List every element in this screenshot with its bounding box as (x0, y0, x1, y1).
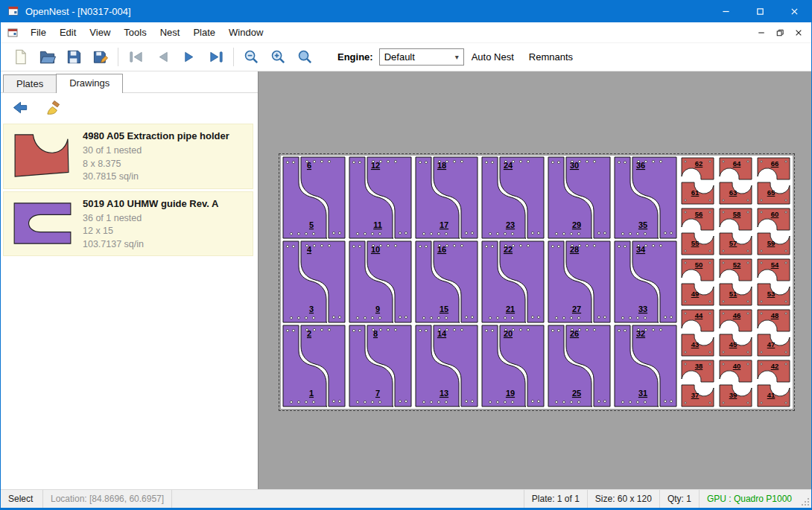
nest-pair-purple[interactable]: 2625 (546, 324, 612, 408)
menu-item-nest[interactable]: Nest (153, 23, 187, 42)
nest-pair-purple[interactable]: 2827 (546, 240, 612, 324)
nest-pair-red[interactable]: 6059 (755, 206, 793, 257)
maximize-button[interactable] (743, 0, 777, 22)
drill-hole (685, 301, 686, 302)
nest-pair-purple[interactable]: 3635 (612, 156, 679, 240)
clean-button[interactable] (39, 96, 66, 118)
menu-item-view[interactable]: View (83, 23, 117, 42)
drill-hole (570, 316, 572, 319)
nest-pair-purple[interactable]: 65 (281, 156, 347, 240)
part-thumbnail-purple (10, 199, 75, 248)
nav-prev-button[interactable] (149, 46, 176, 68)
nest-pair-purple[interactable]: 1413 (413, 324, 480, 408)
nest-pair-purple[interactable]: 2423 (480, 156, 546, 240)
nest-pair-red[interactable]: 3837 (679, 358, 717, 409)
plate[interactable]: 6512111817242330293635431091615222128273… (281, 156, 793, 409)
nav-first-button[interactable] (122, 46, 149, 68)
mdi-restore-button[interactable] (770, 25, 789, 41)
drill-hole (761, 250, 762, 252)
nest-pair-purple[interactable]: 1615 (413, 240, 480, 324)
open-button[interactable] (34, 46, 60, 68)
part-number: 51 (729, 290, 738, 298)
nest-pair-red[interactable]: 4241 (755, 358, 793, 409)
menu-item-edit[interactable]: Edit (53, 23, 83, 42)
part-number: 16 (437, 245, 446, 254)
drill-hole (491, 245, 493, 247)
nest-pair-red[interactable]: 5655 (679, 206, 717, 257)
nest-pair-purple[interactable]: 109 (347, 240, 413, 324)
nest-pair-red[interactable]: 6463 (717, 156, 755, 206)
nest-pair-red[interactable]: 4039 (717, 358, 755, 409)
tab-drawings[interactable]: Drawings (56, 74, 123, 93)
nest-pair-purple[interactable]: 3231 (612, 324, 679, 408)
zoom-fit-button[interactable] (291, 46, 318, 68)
drill-hole (644, 316, 646, 319)
nest-pair-red[interactable]: 5453 (755, 257, 793, 307)
part-number: 31 (638, 389, 647, 398)
minimize-icon (758, 29, 765, 36)
nest-pair-red[interactable]: 6261 (679, 156, 717, 206)
drill-hole (371, 401, 373, 403)
nest-pair-red[interactable]: 4443 (679, 307, 717, 358)
nav-last-button[interactable] (203, 46, 229, 68)
nest-pair-purple[interactable]: 43 (281, 240, 347, 324)
nest-pair-purple[interactable]: 87 (347, 324, 413, 408)
minimize-button[interactable] (708, 0, 743, 22)
menu-item-tools[interactable]: Tools (117, 23, 153, 42)
nest-pair-purple[interactable]: 3433 (612, 240, 679, 324)
drill-hole (527, 244, 529, 246)
menu-item-window[interactable]: Window (222, 23, 270, 42)
nest-pair-red[interactable]: 4847 (755, 307, 793, 358)
save-as-button[interactable] (87, 46, 114, 68)
tab-plates[interactable]: Plates (3, 74, 57, 92)
nest-pair-purple[interactable]: 2019 (480, 324, 546, 408)
drawing-item[interactable]: 4980 A05 Extraction pipe holder 30 of 1 … (3, 124, 253, 189)
drill-hole (419, 245, 421, 247)
nav-next-button[interactable] (176, 46, 203, 68)
nest-pair-purple[interactable]: 2221 (480, 240, 546, 324)
part-number: 14 (437, 329, 447, 338)
new-button[interactable] (7, 46, 34, 68)
title-bar[interactable]: OpenNest - [N0317-004] (1, 0, 811, 22)
drill-hole (332, 232, 334, 234)
nest-pair-red[interactable]: 5049 (679, 257, 717, 307)
drill-hole (785, 351, 787, 353)
auto-nest-button[interactable]: Auto Nest (472, 51, 514, 63)
nest-pair-red[interactable]: 5857 (717, 206, 755, 257)
resize-grip[interactable] (799, 490, 811, 508)
nest-pair-purple[interactable]: 1211 (347, 156, 413, 240)
part-number: 11 (373, 220, 382, 229)
mdi-minimize-button[interactable] (752, 25, 770, 41)
menu-item-file[interactable]: File (24, 23, 53, 42)
nest-pair-purple[interactable]: 3029 (546, 156, 612, 240)
drawing-nested-count: 36 of 1 nested (83, 212, 218, 226)
part-number: 4 (307, 245, 312, 254)
drill-hole (290, 401, 292, 403)
nest-pair-purple[interactable]: 1817 (413, 156, 480, 240)
drill-hole (597, 316, 600, 318)
drill-hole (405, 316, 407, 318)
remnants-button[interactable]: Remnants (529, 51, 573, 63)
drill-hole (659, 160, 662, 162)
drill-hole (562, 232, 565, 235)
mdi-close-button[interactable] (789, 25, 808, 41)
drawing-size: 12 x 15 (83, 225, 218, 238)
menu-item-plate[interactable]: Plate (186, 23, 222, 42)
zoom-in-button[interactable] (264, 46, 291, 68)
drill-hole (723, 262, 724, 264)
save-button[interactable] (60, 46, 87, 68)
nest-pair-red[interactable]: 4645 (717, 307, 755, 358)
back-button[interactable] (7, 96, 34, 118)
drill-hole (394, 160, 396, 162)
nest-pair-purple[interactable]: 21 (281, 324, 347, 408)
nest-pair-red[interactable]: 6665 (755, 156, 793, 206)
nest-canvas[interactable]: 6512111817242330293635431091615222128273… (258, 71, 811, 489)
part-number: 59 (767, 239, 775, 247)
maximize-icon (756, 7, 764, 16)
zoom-out-button[interactable] (238, 46, 264, 68)
close-button[interactable] (777, 0, 811, 22)
nest-pair-red[interactable]: 5251 (717, 257, 755, 307)
drawing-item[interactable]: 5019 A10 UHMW guide Rev. A 36 of 1 neste… (3, 191, 253, 257)
drill-hole (555, 232, 557, 235)
engine-select[interactable]: Default ▾ (379, 48, 464, 66)
